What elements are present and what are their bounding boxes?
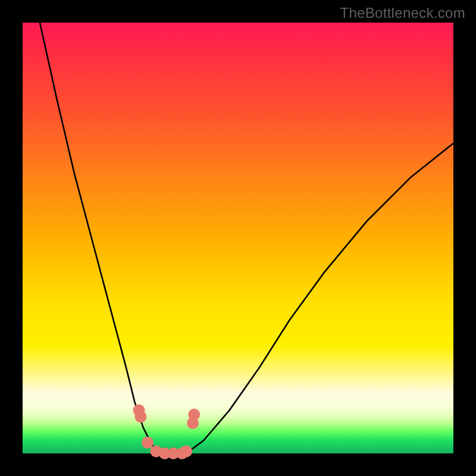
curve-marker xyxy=(180,445,192,457)
chart-svg xyxy=(0,0,476,476)
watermark-text: TheBottleneck.com xyxy=(340,5,465,21)
bottleneck-curve xyxy=(40,23,453,453)
curve-marker xyxy=(134,411,146,423)
curve-marker xyxy=(188,409,200,421)
curve-marker xyxy=(142,437,154,449)
marker-cluster xyxy=(133,405,201,459)
chart-frame: TheBottleneck.com xyxy=(0,0,476,476)
